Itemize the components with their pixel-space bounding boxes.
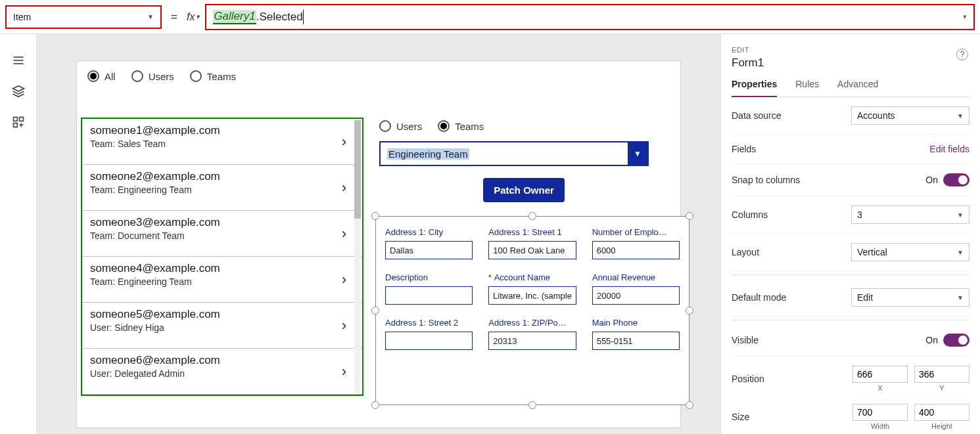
apps-icon[interactable] bbox=[12, 116, 25, 131]
text-cursor bbox=[303, 10, 304, 24]
help-icon[interactable]: ? bbox=[956, 49, 968, 60]
fx-label: fx bbox=[187, 11, 195, 23]
fx-button[interactable]: fx ▾ bbox=[187, 5, 200, 29]
resize-handle[interactable] bbox=[528, 401, 536, 409]
radio-teams[interactable]: Teams bbox=[190, 70, 236, 82]
columns-dropdown[interactable]: 3 ▼ bbox=[851, 206, 969, 224]
gallery-item-subtitle: User: Sidney Higa bbox=[90, 322, 354, 333]
form-field-label: Address 1: ZIP/Po… bbox=[488, 318, 576, 328]
form-field-input[interactable]: Litware, Inc. (sample bbox=[488, 286, 576, 305]
gallery-item[interactable]: someone1@example.com Team: Sales Team › bbox=[82, 119, 362, 165]
radio-users-2[interactable]: Users bbox=[379, 120, 422, 132]
form-field-input[interactable]: 555-0151 bbox=[592, 332, 680, 350]
prop-fields: Fields Edit fields bbox=[732, 135, 969, 164]
size-height-input[interactable] bbox=[914, 404, 969, 421]
layout-dropdown[interactable]: Vertical ▼ bbox=[851, 243, 969, 261]
gallery-item-subtitle: Team: Engineering Team bbox=[90, 184, 354, 195]
radio-all[interactable]: All bbox=[87, 70, 116, 82]
chevron-right-icon[interactable]: › bbox=[342, 133, 346, 150]
team-combobox[interactable]: Engineering Team ▼ bbox=[379, 141, 649, 166]
tab-properties[interactable]: Properties bbox=[732, 79, 777, 97]
resize-handle[interactable] bbox=[528, 212, 536, 220]
chevron-down-icon: ▼ bbox=[957, 112, 964, 119]
form-row: Address 1: Street 2 Address 1: ZIP/Po… 2… bbox=[385, 318, 680, 350]
tab-rules[interactable]: Rules bbox=[795, 79, 819, 97]
gallery-item-subtitle: User: Delegated Admin bbox=[90, 368, 354, 379]
equals-sign: = bbox=[167, 11, 181, 24]
patch-owner-button[interactable]: Patch Owner bbox=[483, 178, 565, 202]
form-field-input[interactable] bbox=[385, 286, 473, 305]
form-field-input[interactable]: Dallas bbox=[385, 241, 473, 259]
prop-visible: Visible On bbox=[732, 324, 969, 357]
resize-handle[interactable] bbox=[371, 401, 379, 409]
chevron-down-icon: ▼ bbox=[147, 13, 154, 20]
prop-snap-to-columns: Snap to columns On bbox=[732, 164, 969, 196]
prop-size: Size Width Height bbox=[732, 395, 969, 433]
chevron-right-icon[interactable]: › bbox=[342, 225, 346, 242]
radio-teams-2[interactable]: Teams bbox=[438, 120, 484, 132]
form-field-input[interactable]: 20000 bbox=[592, 286, 680, 305]
gallery1[interactable]: someone1@example.com Team: Sales Team ›s… bbox=[81, 118, 363, 396]
gallery-item[interactable]: someone2@example.com Team: Engineering T… bbox=[82, 165, 362, 211]
form-field: Address 1: Street 1 100 Red Oak Lane bbox=[488, 227, 576, 259]
resize-handle[interactable] bbox=[686, 401, 693, 409]
resize-handle[interactable] bbox=[371, 307, 379, 315]
form-field-input[interactable]: 6000 bbox=[592, 241, 680, 259]
main-area: All Users Teams someone1@example.com Tea… bbox=[0, 34, 980, 434]
gallery-item[interactable]: someone3@example.com Team: Document Team… bbox=[82, 211, 362, 257]
data-source-dropdown[interactable]: Accounts ▼ bbox=[851, 106, 969, 125]
form-field-label: *Account Name bbox=[488, 272, 576, 282]
hamburger-icon[interactable] bbox=[12, 54, 25, 69]
canvas-area[interactable]: All Users Teams someone1@example.com Tea… bbox=[37, 34, 720, 434]
form-field-input[interactable]: 100 Red Oak Lane bbox=[488, 241, 576, 259]
svg-rect-6 bbox=[13, 123, 17, 127]
form-field-input[interactable] bbox=[385, 332, 473, 350]
form-field-label: Description bbox=[385, 272, 473, 282]
tab-advanced[interactable]: Advanced bbox=[837, 79, 878, 97]
panel-tabs: Properties Rules Advanced bbox=[732, 79, 969, 97]
gallery-item-title: someone6@example.com bbox=[90, 354, 354, 367]
canvas-right-column: Users Teams Engineering Team ▼ Patch Own… bbox=[379, 120, 668, 202]
default-mode-dropdown[interactable]: Edit ▼ bbox=[851, 288, 969, 307]
chevron-right-icon[interactable]: › bbox=[342, 179, 346, 196]
scroll-thumb[interactable] bbox=[354, 120, 361, 219]
chevron-right-icon[interactable]: › bbox=[342, 271, 346, 288]
visible-toggle[interactable] bbox=[943, 334, 969, 347]
gallery-item-title: someone1@example.com bbox=[90, 124, 354, 137]
svg-marker-3 bbox=[12, 86, 24, 91]
form-field-label: Address 1: Street 2 bbox=[385, 318, 473, 328]
filter-radio-group: All Users Teams bbox=[77, 61, 680, 91]
layers-icon[interactable] bbox=[12, 85, 25, 100]
resize-handle[interactable] bbox=[371, 212, 379, 220]
prop-columns: Columns 3 ▼ bbox=[732, 196, 969, 234]
gallery-item[interactable]: someone4@example.com Team: Engineering T… bbox=[82, 257, 362, 303]
properties-panel: ? EDIT Form1 Properties Rules Advanced D… bbox=[720, 34, 980, 434]
prop-default-mode: Default mode Edit ▼ bbox=[732, 279, 969, 316]
chevron-right-icon[interactable]: › bbox=[342, 363, 346, 380]
gallery-item[interactable]: someone5@example.com User: Sidney Higa › bbox=[82, 303, 362, 349]
gallery-item[interactable]: someone6@example.com User: Delegated Adm… bbox=[82, 349, 362, 395]
form1-selection[interactable]: Address 1: City DallasAddress 1: Street … bbox=[375, 216, 689, 405]
radio-users[interactable]: Users bbox=[131, 70, 174, 82]
size-width-input[interactable] bbox=[852, 404, 908, 421]
resize-handle[interactable] bbox=[686, 212, 693, 220]
gallery-item-title: someone4@example.com bbox=[90, 262, 354, 275]
property-dropdown[interactable]: Item ▼ bbox=[5, 5, 162, 29]
formula-text: .Selected bbox=[256, 11, 303, 24]
position-x-input[interactable] bbox=[852, 366, 908, 383]
snap-toggle[interactable] bbox=[943, 173, 969, 186]
chevron-down-icon[interactable]: ▼ bbox=[628, 142, 647, 165]
chevron-right-icon[interactable]: › bbox=[342, 317, 346, 334]
form-field: Description bbox=[385, 272, 473, 305]
scrollbar[interactable] bbox=[354, 120, 361, 393]
chevron-down-icon[interactable]: ▾ bbox=[963, 12, 967, 21]
formula-input[interactable]: Gallery1 .Selected ▾ bbox=[205, 4, 975, 30]
resize-handle[interactable] bbox=[686, 307, 693, 315]
form-field: Main Phone 555-0151 bbox=[592, 318, 680, 350]
prop-data-source: Data source Accounts ▼ bbox=[732, 97, 969, 135]
form-field: *Account Name Litware, Inc. (sample bbox=[488, 272, 576, 305]
prop-position: Position X Y bbox=[732, 357, 969, 395]
edit-fields-link[interactable]: Edit fields bbox=[929, 144, 969, 154]
form-field-input[interactable]: 20313 bbox=[488, 332, 576, 350]
position-y-input[interactable] bbox=[914, 366, 969, 383]
